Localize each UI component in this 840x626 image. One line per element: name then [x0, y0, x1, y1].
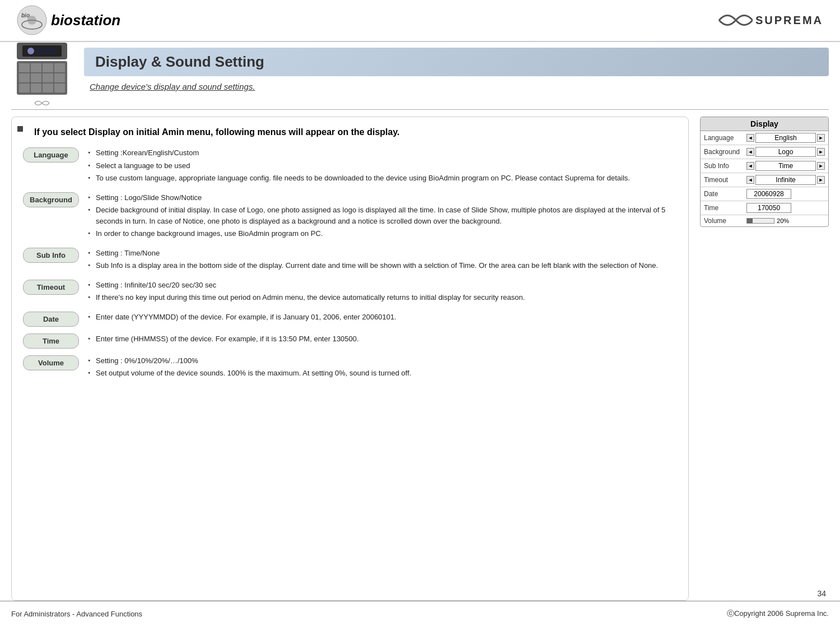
setting-description: Setting : Infinite/10 sec/20 sec/30 secI…	[88, 280, 677, 305]
list-item: Sub Info is a display area in the bottom…	[88, 260, 677, 271]
device-key	[31, 73, 41, 82]
bullet-icon	[17, 126, 23, 132]
suprema-logo-icon	[716, 8, 753, 33]
svg-point-3	[27, 16, 36, 25]
display-value-text: Time	[755, 161, 816, 171]
footer-left-text: For Administrators - Advanced Functions	[11, 610, 142, 618]
page-title: Display & Sound Setting	[84, 48, 829, 76]
setting-label: Volume	[23, 355, 79, 370]
display-row-value: 170050	[743, 201, 828, 215]
display-row-value: ◄Time►	[743, 159, 828, 173]
display-row-label: Volume	[701, 215, 743, 227]
display-table-row: Date20060928	[701, 187, 828, 201]
volume-bar-container: 20%	[746, 217, 825, 224]
device-key	[19, 73, 30, 82]
list-item: Set output volume of the device sounds. …	[88, 368, 677, 379]
list-item: Setting : Infinite/10 sec/20 sec/30 sec	[88, 280, 677, 291]
display-row-label: Sub Info	[701, 159, 743, 173]
setting-label: Time	[23, 333, 79, 349]
display-plain-value: 20060928	[746, 189, 791, 199]
right-arrow-button[interactable]: ►	[817, 176, 825, 184]
setting-row: LanguageSetting :Korean/English/CustomSe…	[23, 147, 677, 186]
volume-bar-outer	[746, 218, 774, 224]
display-row-label: Time	[701, 201, 743, 215]
device-image	[11, 48, 73, 104]
list-item: Setting :Korean/English/Custom	[88, 147, 677, 159]
right-arrow-button[interactable]: ►	[817, 148, 825, 156]
device-key	[19, 84, 30, 92]
device-key	[43, 63, 53, 72]
biostation-logo-icon: bio	[17, 5, 48, 36]
title-section: Display & Sound Setting Change device's …	[11, 42, 829, 110]
biostation-logo-text: biostation	[51, 12, 120, 29]
settings-list: LanguageSetting :Korean/English/CustomSe…	[23, 147, 677, 381]
display-row-label: Date	[701, 187, 743, 201]
display-value-text: Logo	[755, 147, 816, 157]
device-key	[54, 63, 65, 72]
biostation-logo: bio biostation	[17, 5, 120, 36]
svg-rect-5	[36, 48, 56, 54]
display-row-value: 20%	[743, 215, 828, 227]
display-box: Display Language◄English►Background◄Logo…	[700, 117, 829, 227]
display-row-label: Timeout	[701, 173, 743, 187]
page-subtitle: Change device's display and sound settin…	[84, 82, 829, 91]
device-key	[43, 84, 53, 92]
device-key	[31, 84, 41, 92]
setting-label: Language	[23, 147, 79, 163]
row-value-arrows: ◄Logo►	[746, 147, 825, 157]
title-text-area: Display & Sound Setting Change device's …	[84, 48, 829, 91]
device-key	[31, 63, 41, 72]
display-table-row: Volume20%	[701, 215, 828, 227]
main-content: Display & Sound Setting Change device's …	[0, 42, 840, 601]
setting-label: Sub Info	[23, 248, 79, 263]
setting-description: Setting : Logo/Slide Show/NoticeDecide b…	[88, 192, 677, 241]
right-arrow-button[interactable]: ►	[817, 162, 825, 170]
display-row-label: Background	[701, 145, 743, 159]
body-section: If you select Display on initial Amin me…	[11, 117, 829, 601]
display-table-row: Background◄Logo►	[701, 145, 828, 159]
list-item: Setting : Time/None	[88, 248, 677, 259]
display-table: Language◄English►Background◄Logo►Sub Inf…	[701, 131, 828, 226]
display-table-row: Timeout◄Infinite►	[701, 173, 828, 187]
display-row-value: ◄Logo►	[743, 145, 828, 159]
left-arrow-button[interactable]: ◄	[746, 162, 754, 170]
row-value-arrows: ◄Infinite►	[746, 175, 825, 185]
display-row-value: 20060928	[743, 187, 828, 201]
svg-point-4	[27, 48, 34, 54]
suprema-logo-text: SUPREMA	[755, 14, 823, 27]
right-display: Display Language◄English►Background◄Logo…	[700, 117, 829, 601]
display-plain-value: 170050	[746, 203, 791, 213]
setting-row: DateEnter date (YYYYMMDD) of the device.…	[23, 312, 677, 327]
display-row-label: Language	[701, 131, 743, 145]
setting-description: Enter time (HHMMSS) of the device. For e…	[88, 333, 677, 346]
display-row-value: ◄Infinite►	[743, 173, 828, 187]
suprema-small-logo	[34, 98, 50, 109]
row-value-arrows: ◄English►	[746, 133, 825, 143]
display-value-text: English	[755, 133, 816, 143]
setting-row: BackgroundSetting : Logo/Slide Show/Noti…	[23, 192, 677, 241]
list-item: Enter time (HHMMSS) of the device. For e…	[88, 333, 677, 345]
display-value-text: Infinite	[755, 175, 816, 185]
section-heading: If you select Display on initial Amin me…	[23, 126, 677, 138]
list-item: Select a language to be used	[88, 160, 677, 171]
setting-description: Enter date (YYYYMMDD) of the device. For…	[88, 312, 677, 324]
suprema-logo: SUPREMA	[716, 8, 823, 33]
setting-description: Setting :Korean/English/CustomSelect a l…	[88, 147, 677, 186]
device-key	[54, 73, 65, 82]
display-table-row: Language◄English►	[701, 131, 828, 145]
page-number: 34	[817, 589, 826, 598]
left-arrow-button[interactable]: ◄	[746, 134, 754, 142]
list-item: If there's no key input during this time…	[88, 292, 677, 303]
list-item: In order to change background images, us…	[88, 228, 677, 239]
display-table-row: Sub Info◄Time►	[701, 159, 828, 173]
left-arrow-button[interactable]: ◄	[746, 176, 754, 184]
device-key	[54, 84, 65, 92]
left-arrow-button[interactable]: ◄	[746, 148, 754, 156]
display-row-value: ◄English►	[743, 131, 828, 145]
setting-label: Date	[23, 312, 79, 327]
display-box-title: Display	[701, 117, 828, 131]
setting-label: Timeout	[23, 280, 79, 295]
setting-description: Setting : Time/NoneSub Info is a display…	[88, 248, 677, 273]
right-arrow-button[interactable]: ►	[817, 134, 825, 142]
footer: For Administrators - Advanced Functions …	[0, 601, 840, 626]
